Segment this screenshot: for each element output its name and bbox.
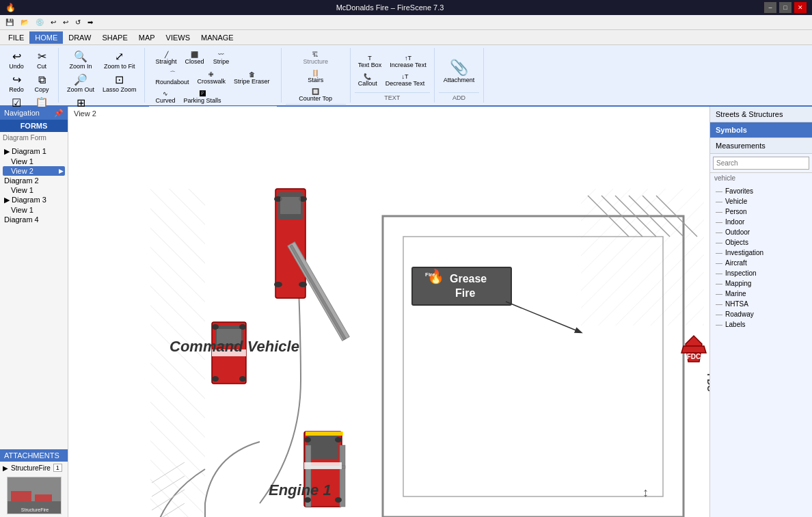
copy-button[interactable]: ⧉Copy [29,72,54,95]
symbol-person[interactable]: — Person [713,207,809,217]
svg-text:FDC: FDC [687,353,701,360]
redo-button[interactable]: ↪Redo [4,72,29,95]
tree-view2[interactable]: View 2 ▶ [3,166,65,176]
menu-manage[interactable]: MANAGE [195,31,239,44]
tab-streets-structures[interactable]: Streets & Structures [710,107,812,122]
symbol-investigation[interactable]: — Investigation [713,248,809,258]
ribbon-group-view: 🔍Zoom In 🔎Zoom Out ⊞Show Grid ⤢Zoom to F… [59,48,145,103]
curved-button[interactable]: ∿Curved [152,88,179,106]
qa-save[interactable]: 💾 [3,17,16,27]
tree-view1c[interactable]: View 1 [3,205,65,215]
close-button[interactable]: ✕ [794,2,807,13]
qa-disk[interactable]: 💿 [33,17,46,27]
symbol-roadway[interactable]: — Roadway [713,309,809,319]
callout-button[interactable]: 📞Callout [355,71,381,89]
cut-button[interactable]: ✂Cut [29,49,54,72]
symbol-marine[interactable]: — Marine [713,289,809,299]
symbol-outdoor[interactable]: — Outdoor [713,227,809,237]
symbol-indoor[interactable]: — Indoor [713,217,809,227]
window-icon: 🔥 [5,3,16,12]
tree-diagram2[interactable]: Diagram 2 [3,176,65,185]
search-input[interactable] [713,157,809,170]
menu-draw[interactable]: DRAW [63,31,96,44]
ribbon-group-edit: ↩Undo ↪Redo ☑Select ✂Cut ⧉Copy 📋Paste ED… [0,48,59,103]
symbol-vehicle[interactable]: — Vehicle [713,196,809,207]
closed-button[interactable]: ⬛Closed [182,49,208,67]
svg-rect-50 [280,197,301,214]
forms-button[interactable]: FORMS [0,120,68,132]
svg-point-55 [212,376,219,382]
attachment-thumbnail[interactable]: StructureFire [7,477,62,514]
svg-rect-1 [11,491,31,501]
nav-pin-icon: 📌 [54,109,64,118]
window-title: McDonalds Fire – FireScene 7.3 [16,3,764,12]
attachment-item[interactable]: ▶ StructureFire 1 [0,462,68,474]
tab-measurements[interactable]: Measurements [710,138,812,154]
qa-forward[interactable]: ➡ [85,17,96,27]
symbol-inspection[interactable]: — Inspection [713,268,809,278]
attachments-label: ATTACHMENTS [4,451,59,460]
svg-point-64 [304,437,311,442]
svg-text:Command Vehicle: Command Vehicle [170,338,299,355]
zoom-to-fit-button[interactable]: ⤢Zoom to Fit [99,49,140,72]
zoom-out-button[interactable]: 🔎Zoom Out [63,72,98,95]
svg-text:↕: ↕ [642,486,649,499]
qa-undo2[interactable]: ↩ [60,17,71,27]
lasso-zoom-button[interactable]: ⊡Lasso Zoom [99,72,140,95]
parking-stalls-button[interactable]: 🅿Parking Stalls [180,88,225,106]
add-label: ADD [439,92,480,101]
window-controls: – □ ✕ [764,2,807,13]
zoom-in-button[interactable]: 🔍Zoom In [63,49,98,72]
attachment-file-label: StructureFire [11,464,51,472]
tab-symbols[interactable]: Symbols [710,122,812,138]
menu-map[interactable]: MAP [133,31,161,44]
attachments-header: ATTACHMENTS [0,449,68,462]
undo-button[interactable]: ↩Undo [4,49,29,72]
tree-diagram3[interactable]: ▶ Diagram 3 [3,195,65,205]
crosswalk-button[interactable]: ✙Crosswalk [194,68,230,88]
qa-undo1[interactable]: ↩ [48,17,59,27]
symbol-favorites[interactable]: — Favorites [713,186,809,196]
svg-point-65 [335,437,342,442]
stripe-eraser-button[interactable]: 🗑Stripe Eraser [230,68,273,88]
symbol-objects[interactable]: — Objects [713,237,809,248]
roundabout-button[interactable]: ⌒Roundabout [152,68,193,88]
svg-text:Fire: Fire [455,287,475,299]
text-box-button[interactable]: TText Box [355,53,385,70]
symbol-aircraft[interactable]: — Aircraft [713,258,809,268]
qa-redo[interactable]: ↺ [72,17,83,27]
decrease-text-button[interactable]: ↓TDecrease Text [382,71,428,89]
structure-button[interactable]: 🏗Structure [295,49,336,67]
maximize-button[interactable]: □ [779,2,791,13]
symbol-mapping[interactable]: — Mapping [713,278,809,289]
counter-top-button[interactable]: 🔲Counter Top [295,86,336,104]
minimize-button[interactable]: – [764,2,776,13]
stairs-button[interactable]: 🪜Stairs [295,68,336,85]
svg-text:FDC: FDC [705,373,709,392]
straight-button[interactable]: ╱Straight [152,49,180,67]
svg-text:Fire: Fire [425,271,435,278]
diagram-canvas[interactable]: FDC FDC [68,107,709,517]
nav-tree: ▶ Diagram 1 View 1 View 2 ▶ Diagram 2 Vi… [0,144,68,449]
canvas-area[interactable]: View 2 [68,107,709,517]
menu-file[interactable]: FILE [3,31,29,44]
tree-view1b[interactable]: View 1 [3,185,65,195]
tree-view1[interactable]: View 1 [3,157,65,166]
navigation-label: Navigation [4,109,40,118]
structure-buttons: 🏗Structure 🪜Stairs 🔲Counter Top [295,49,336,104]
symbol-nhtsa[interactable]: — NHTSA [713,299,809,309]
tree-diagram4[interactable]: Diagram 4 [3,215,65,224]
svg-rect-60 [308,435,338,459]
menu-shape[interactable]: SHAPE [96,31,133,44]
attachment-expand-icon: ▶ [3,464,8,472]
attachment-button[interactable]: 📎 Attachment [439,49,480,92]
increase-text-button[interactable]: ↑TIncrease Text [386,53,429,70]
navigation-header: Navigation 📌 [0,107,68,120]
stripe-button[interactable]: 〰Stripe [209,49,234,67]
tree-diagram1[interactable]: ▶ Diagram 1 [3,146,65,157]
menu-home[interactable]: HOME [29,31,63,44]
symbol-labels[interactable]: — Labels [713,319,809,330]
menu-views[interactable]: VIEWS [161,31,195,44]
svg-point-54 [239,324,246,330]
qa-open[interactable]: 📂 [18,17,31,27]
